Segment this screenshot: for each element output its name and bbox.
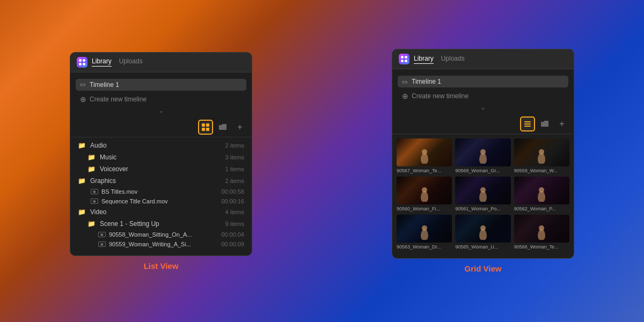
- file-icon-sequence-title: ▣: [91, 199, 98, 204]
- timeline-label-right: Timeline 1: [412, 78, 441, 85]
- create-new-label-left: Create new timeline: [90, 96, 147, 103]
- chevron-down-icon-right: ⌄: [480, 104, 486, 111]
- grid-view-panel: Library Uploads ▭ Timeline 1 ⊕ Create ne…: [392, 49, 574, 259]
- file-duration-bs-titles: 00:00:58: [221, 188, 244, 195]
- grid-label-5: 90562_Woman_P...: [514, 206, 569, 211]
- svg-rect-4: [524, 121, 531, 122]
- file-90558-left: ▣ 90558_Woman_Sitting_On_A...: [98, 231, 192, 238]
- grid-icon: [201, 123, 210, 131]
- grid-label-8: 90566_Woman_Te...: [514, 244, 569, 250]
- grid-item-3[interactable]: 90560_Woman_Fi...: [397, 177, 452, 211]
- tab-uploads-left[interactable]: Uploads: [119, 57, 143, 67]
- tab-uploads-right[interactable]: Uploads: [441, 55, 465, 64]
- dot: [79, 59, 82, 62]
- folder-name-music: Music: [100, 153, 116, 161]
- folder-icon-scene1: 📁: [87, 220, 96, 228]
- file-sequence-title-card[interactable]: ▣ Sequence Title Card.mov 00:00:16: [70, 196, 252, 206]
- graphics-count: 2 items: [225, 178, 244, 184]
- svg-rect-5: [524, 123, 531, 125]
- grid-thumb-6: [397, 215, 452, 243]
- folder-music[interactable]: 📁 Music 3 items: [70, 151, 252, 163]
- dropdown-arrow-left[interactable]: ⌄: [76, 106, 246, 115]
- file-name-90559: 90559_Woman_Writing_A_Si...: [109, 241, 191, 247]
- music-count: 3 items: [225, 154, 244, 160]
- dot: [401, 60, 404, 62]
- create-new-icon-right: ⊕: [402, 92, 408, 100]
- file-icon-bs-titles: ▣: [91, 189, 98, 194]
- folder-view-button-right[interactable]: [537, 116, 552, 131]
- timeline-section-right: ▭ Timeline 1 ⊕ Create new timeline ⌄: [392, 74, 574, 114]
- grid-thumb-5: [514, 177, 569, 204]
- svg-rect-2: [202, 128, 205, 131]
- file-90559[interactable]: ▣ 90559_Woman_Writing_A_Si... 00:00:09: [70, 239, 252, 249]
- file-name-90558: 90558_Woman_Sitting_On_A...: [109, 231, 192, 238]
- file-sequence-title-card-left: ▣ Sequence Title Card.mov: [91, 198, 168, 204]
- grid-thumb-1: [455, 138, 510, 166]
- grid-item-7[interactable]: 90565_Woman_U...: [455, 215, 510, 250]
- file-icon-90558: ▣: [98, 232, 106, 237]
- timeline-item-right[interactable]: ▭ Timeline 1: [398, 76, 568, 87]
- file-bs-titles-left: ▣ BS Titles.mov: [91, 188, 137, 195]
- file-90558[interactable]: ▣ 90558_Woman_Sitting_On_A... 00:00:04: [70, 230, 252, 239]
- folder-icon-right: [540, 120, 549, 128]
- folder-view-button-left[interactable]: [215, 120, 230, 135]
- grid-label-2: 90559_Woman_W...: [514, 168, 569, 173]
- grid-thumb-8: [514, 215, 569, 243]
- folder-voiceover[interactable]: 📁 Voiceover 1 items: [70, 163, 252, 175]
- file-90559-left: ▣ 90559_Woman_Writing_A_Si...: [98, 241, 191, 247]
- grid-view-label: Grid View: [465, 264, 502, 273]
- file-duration-sequence-title: 00:00:16: [221, 198, 244, 204]
- svg-rect-3: [206, 128, 209, 131]
- folder-scene1[interactable]: 📁 Scene 1 - Setting Up 9 items: [70, 218, 252, 230]
- app-icon-left: [77, 57, 87, 68]
- tab-library-left[interactable]: Library: [92, 57, 112, 67]
- toolbar-right: +: [392, 114, 574, 134]
- folder-graphics[interactable]: 📁 Graphics 2 items: [70, 175, 252, 187]
- dot: [405, 60, 407, 62]
- add-button-right[interactable]: +: [554, 116, 569, 131]
- create-new-left[interactable]: ⊕ Create new timeline: [76, 93, 246, 106]
- grid-item-2[interactable]: 90559_Woman_W...: [514, 138, 569, 173]
- svg-rect-6: [524, 126, 531, 127]
- folder-name-graphics: Graphics: [90, 177, 116, 185]
- folder-audio-left: 📁 Audio: [78, 142, 107, 149]
- timeline-icon-left: ▭: [80, 81, 85, 88]
- folder-audio[interactable]: 📁 Audio 2 items: [70, 140, 252, 151]
- file-duration-90559: 00:00:09: [221, 241, 244, 247]
- grid-item-6[interactable]: 90563_Woman_Dr...: [397, 215, 452, 250]
- toolbar-left: +: [70, 118, 252, 137]
- add-button-left[interactable]: +: [232, 120, 247, 135]
- folder-video[interactable]: 📁 Video 4 items: [70, 206, 252, 218]
- scene1-count: 9 items: [225, 221, 244, 227]
- folder-icon-voiceover: 📁: [87, 165, 96, 173]
- folder-icon-video: 📁: [78, 208, 86, 216]
- create-new-right[interactable]: ⊕ Create new timeline: [398, 90, 568, 103]
- grid-label-4: 90561_Woman_Po...: [455, 206, 510, 211]
- grid-item-5[interactable]: 90562_Woman_P...: [514, 177, 569, 211]
- folder-name-scene1: Scene 1 - Setting Up: [100, 220, 159, 228]
- dot: [401, 56, 404, 58]
- app-icon-dots-right: [399, 54, 409, 64]
- timeline-item-left[interactable]: ▭ Timeline 1: [76, 79, 246, 91]
- file-bs-titles[interactable]: ▣ BS Titles.mov 00:00:58: [70, 187, 252, 196]
- panel-body-right: ▭ Timeline 1 ⊕ Create new timeline ⌄: [392, 69, 574, 258]
- folder-icon-left: [218, 123, 227, 131]
- grid-thumb-3: [397, 177, 452, 204]
- grid-item-4[interactable]: 90561_Woman_Po...: [455, 177, 510, 211]
- dot: [79, 63, 82, 65]
- grid-thumb-7: [455, 215, 510, 243]
- app-icon-right: [399, 54, 409, 64]
- folder-icon-music: 📁: [87, 153, 96, 161]
- grid-label-1: 90569_Woman_Gr...: [455, 168, 510, 173]
- grid-item-8[interactable]: 90566_Woman_Te...: [514, 215, 569, 250]
- tab-library-right[interactable]: Library: [414, 55, 434, 64]
- dropdown-arrow-right[interactable]: ⌄: [398, 103, 568, 112]
- svg-rect-0: [202, 123, 205, 127]
- grid-item-0[interactable]: 90567_Woman_Te...: [397, 138, 452, 173]
- list-view-button[interactable]: [520, 116, 535, 131]
- timeline-section-left: ▭ Timeline 1 ⊕ Create new timeline ⌄: [70, 77, 252, 118]
- grid-label-7: 90565_Woman_U...: [455, 244, 510, 250]
- grid-item-1[interactable]: 90569_Woman_Gr...: [455, 138, 510, 173]
- grid-view-button[interactable]: [198, 120, 213, 135]
- folder-voiceover-left: 📁 Voiceover: [87, 165, 128, 173]
